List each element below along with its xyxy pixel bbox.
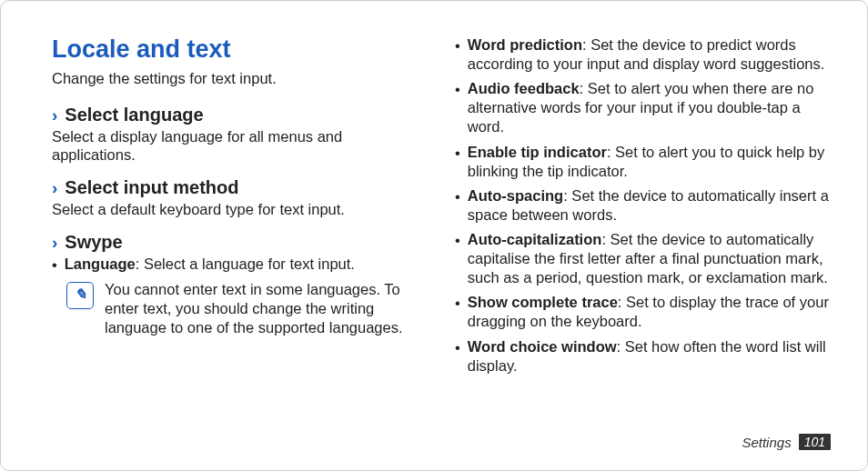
bullet-dot-icon: • <box>455 186 460 225</box>
subheading-select-language: › Select language <box>52 105 428 125</box>
note-block: ✎ You cannot enter text in some language… <box>66 280 428 338</box>
page-footer: Settings 101 <box>742 434 831 450</box>
bullet-dot-icon: • <box>455 293 460 331</box>
footer-page-number: 101 <box>799 434 831 450</box>
chevron-right-icon: › <box>52 234 57 251</box>
bullet-term: Show complete trace <box>468 294 618 310</box>
two-column-layout: Locale and text Change the settings for … <box>1 1 867 381</box>
bullet-dot-icon: • <box>455 79 460 136</box>
bullet-desc: : Select a language for text input. <box>136 256 355 272</box>
bullet-auto-capitalization: • Auto-capitalization: Set the device to… <box>455 230 831 287</box>
note-icon: ✎ <box>66 282 94 309</box>
page-title: Locale and text <box>52 35 428 64</box>
chevron-right-icon: › <box>52 179 57 196</box>
bullet-text: Word prediction: Set the device to predi… <box>468 35 831 74</box>
page-intro: Change the settings for text input. <box>52 69 428 88</box>
subheading-text: Swype <box>65 232 122 253</box>
bullet-word-prediction: • Word prediction: Set the device to pre… <box>455 35 831 74</box>
bullet-dot-icon: • <box>455 35 460 74</box>
bullet-enable-tip-indicator: • Enable tip indicator: Set to alert you… <box>455 143 831 181</box>
bullet-text: Language: Select a language for text inp… <box>65 255 428 275</box>
bullet-text: Enable tip indicator: Set to alert you t… <box>468 143 831 181</box>
bullet-dot-icon: • <box>455 337 460 376</box>
bullet-term: Language <box>65 256 136 272</box>
bullet-term: Word prediction <box>468 36 582 53</box>
bullet-auto-spacing: • Auto-spacing: Set the device to automa… <box>455 186 831 225</box>
right-column: • Word prediction: Set the device to pre… <box>455 35 831 381</box>
footer-section-label: Settings <box>742 435 791 450</box>
bullet-dot-icon: • <box>455 230 460 287</box>
bullet-dot-icon: • <box>52 255 57 275</box>
subdesc-select-input-method: Select a default keyboard type for text … <box>52 200 428 219</box>
bullet-text: Word choice window: Set how often the wo… <box>468 337 831 376</box>
bullet-term: Auto-capitalization <box>468 231 602 247</box>
subheading-select-input-method: › Select input method <box>52 177 428 198</box>
chevron-right-icon: › <box>52 106 57 124</box>
bullet-text: Show complete trace: Set to display the … <box>468 293 831 331</box>
bullet-text: Auto-spacing: Set the device to automati… <box>468 186 831 225</box>
bullet-term: Audio feedback <box>468 80 580 96</box>
note-text: You cannot enter text in some languages.… <box>105 280 428 338</box>
bullet-language: • Language: Select a language for text i… <box>52 255 428 275</box>
bullet-term: Word choice window <box>468 338 617 355</box>
subheading-swype: › Swype <box>52 232 428 253</box>
bullet-text: Audio feedback: Set to alert you when th… <box>468 79 831 136</box>
subheading-text: Select language <box>65 105 203 125</box>
subheading-text: Select input method <box>65 177 238 198</box>
subdesc-select-language: Select a display language for all menus … <box>52 127 428 165</box>
manual-page: Locale and text Change the settings for … <box>0 0 868 471</box>
bullet-text: Auto-capitalization: Set the device to a… <box>468 230 831 287</box>
left-column: Locale and text Change the settings for … <box>52 35 428 381</box>
bullet-word-choice-window: • Word choice window: Set how often the … <box>455 337 831 376</box>
bullet-audio-feedback: • Audio feedback: Set to alert you when … <box>455 79 831 136</box>
bullet-term: Auto-spacing <box>468 187 563 204</box>
bullet-show-complete-trace: • Show complete trace: Set to display th… <box>455 293 831 331</box>
bullet-term: Enable tip indicator <box>468 144 607 160</box>
bullet-dot-icon: • <box>455 143 460 181</box>
